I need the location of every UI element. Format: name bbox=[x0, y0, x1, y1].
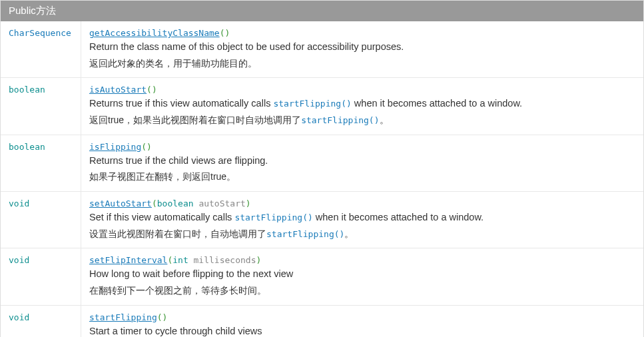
method-row: booleanisFlipping()Returns true if the c… bbox=[1, 135, 643, 192]
description-english: Start a timer to cycle through child vie… bbox=[89, 324, 635, 337]
description-cell: setFlipInterval(int milliseconds)How lon… bbox=[81, 248, 643, 304]
method-name-link[interactable]: setAutoStart bbox=[89, 198, 152, 208]
methods-table: Public方法 CharSequencegetAccessibilityCla… bbox=[0, 0, 644, 337]
return-type-text: void bbox=[9, 198, 29, 208]
description-chinese: 返回此对象的类名，用于辅助功能目的。 bbox=[89, 56, 635, 71]
description-english: How long to wait before flipping to the … bbox=[89, 267, 635, 282]
method-signature: isAutoStart() bbox=[89, 85, 635, 95]
description-english: Set if this view automatically calls sta… bbox=[89, 210, 635, 225]
paren-open: ( bbox=[141, 142, 147, 152]
return-type-cell: boolean bbox=[1, 78, 81, 135]
paren-close: ) bbox=[225, 28, 230, 38]
description-cell: getAccessibilityClassName()Return the cl… bbox=[81, 21, 643, 77]
description-cell: isFlipping()Returns true if the child vi… bbox=[81, 135, 643, 191]
inline-code-link[interactable]: startFlipping() bbox=[266, 229, 344, 239]
return-type-cell: void bbox=[1, 248, 81, 304]
method-name-link[interactable]: isAutoStart bbox=[89, 85, 147, 95]
description-cell: isAutoStart()Returns true if this view a… bbox=[81, 78, 643, 135]
param-name: milliseconds bbox=[194, 255, 256, 265]
inline-code-link[interactable]: startFlipping() bbox=[301, 115, 379, 125]
table-body: CharSequencegetAccessibilityClassName()R… bbox=[1, 21, 643, 337]
paren-close: ) bbox=[162, 312, 168, 322]
return-type-cell: void bbox=[1, 306, 81, 337]
description-chinese: 如果子视图正在翻转，则返回true。 bbox=[89, 169, 635, 184]
description-cell: startFlipping()Start a timer to cycle th… bbox=[81, 306, 643, 337]
paren-close: ) bbox=[152, 85, 157, 95]
paren-close: ) bbox=[256, 255, 261, 265]
description-english: Returns true if this view automatically … bbox=[89, 97, 635, 111]
method-name-link[interactable]: setFlipInterval bbox=[89, 255, 167, 265]
method-signature: getAccessibilityClassName() bbox=[89, 28, 635, 38]
method-name-link[interactable]: getAccessibilityClassName bbox=[89, 28, 220, 38]
description-cell: setAutoStart(boolean autoStart)Set if th… bbox=[81, 192, 643, 248]
method-row: voidsetAutoStart(boolean autoStart)Set i… bbox=[1, 192, 643, 249]
return-type-text: void bbox=[9, 312, 29, 322]
description-chinese: 返回true，如果当此视图附着在窗口时自动地调用了startFlipping()… bbox=[89, 113, 635, 128]
table-header: Public方法 bbox=[1, 1, 643, 21]
paren-open: ( bbox=[147, 85, 152, 95]
method-row: voidstartFlipping()Start a timer to cycl… bbox=[1, 306, 643, 337]
inline-code-link[interactable]: startFlipping() bbox=[234, 212, 312, 222]
inline-code-link[interactable]: startFlipping() bbox=[273, 99, 351, 109]
return-type-text: boolean bbox=[9, 85, 45, 95]
param-type: int bbox=[172, 255, 188, 265]
method-signature: startFlipping() bbox=[89, 312, 635, 322]
return-type-link[interactable]: CharSequence bbox=[9, 28, 71, 38]
param-name: autoStart bbox=[198, 198, 245, 208]
paren-open: ( bbox=[220, 28, 225, 38]
paren-close: ) bbox=[246, 198, 251, 208]
description-english: Return the class name of this object to … bbox=[89, 40, 635, 55]
description-chinese: 设置当此视图附着在窗口时，自动地调用了startFlipping()。 bbox=[89, 226, 635, 242]
method-name-link[interactable]: isFlipping bbox=[89, 142, 141, 152]
return-type-text: void bbox=[9, 255, 29, 265]
table-header-text: Public方法 bbox=[9, 5, 56, 16]
return-type-cell: void bbox=[1, 192, 81, 248]
description-chinese: 在翻转到下一个视图之前，等待多长时间。 bbox=[89, 283, 635, 298]
param-type: boolean bbox=[157, 198, 194, 208]
method-row: CharSequencegetAccessibilityClassName()R… bbox=[1, 21, 643, 78]
return-type-cell: boolean bbox=[1, 135, 81, 191]
paren-open: ( bbox=[157, 312, 162, 322]
paren-open: ( bbox=[152, 198, 157, 208]
description-english: Returns true if the child views are flip… bbox=[89, 154, 635, 168]
method-signature: setAutoStart(boolean autoStart) bbox=[89, 198, 635, 208]
method-signature: isFlipping() bbox=[89, 142, 635, 152]
method-signature: setFlipInterval(int milliseconds) bbox=[89, 255, 635, 265]
return-type-text: boolean bbox=[9, 142, 45, 152]
method-row: voidsetFlipInterval(int milliseconds)How… bbox=[1, 248, 643, 305]
return-type-cell: CharSequence bbox=[1, 21, 81, 77]
method-name-link[interactable]: startFlipping bbox=[89, 312, 157, 322]
method-row: booleanisAutoStart()Returns true if this… bbox=[1, 78, 643, 135]
paren-close: ) bbox=[147, 142, 152, 152]
